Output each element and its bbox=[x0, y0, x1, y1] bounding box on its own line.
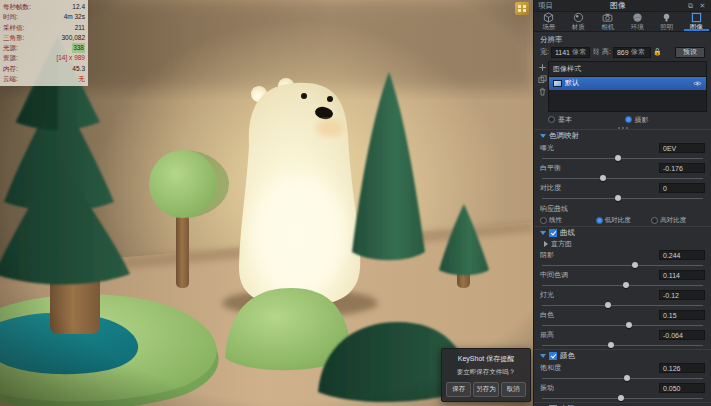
bulb-icon bbox=[661, 12, 672, 23]
vibrance-field[interactable]: 0.050 bbox=[659, 383, 705, 393]
white-balance-slider[interactable] bbox=[542, 174, 703, 182]
save-button[interactable]: 保存 bbox=[446, 382, 471, 397]
width-field[interactable]: 1141 像素 bbox=[551, 47, 590, 58]
radio-icon bbox=[596, 217, 603, 224]
rc-high-contrast[interactable]: 高对比度 bbox=[651, 216, 705, 225]
cancel-button[interactable]: 取消 bbox=[501, 382, 526, 397]
whites-slider[interactable] bbox=[542, 321, 703, 329]
panel-label-project: 项目 bbox=[538, 1, 553, 11]
vibrance-slider[interactable] bbox=[542, 394, 703, 402]
lights-field[interactable]: -0.12 bbox=[659, 290, 705, 300]
delete-style-icon[interactable] bbox=[538, 87, 547, 96]
shadows-field[interactable]: 0.244 bbox=[659, 250, 705, 260]
stat-row: 内存:45.3 bbox=[3, 64, 85, 74]
contrast-field[interactable]: 0 bbox=[659, 183, 705, 193]
slider-handle[interactable] bbox=[623, 282, 629, 288]
add-style-icon[interactable] bbox=[538, 63, 547, 72]
eye-icon[interactable] bbox=[693, 79, 702, 88]
tab-scene[interactable]: 场景 bbox=[534, 12, 564, 31]
duplicate-style-icon[interactable] bbox=[538, 75, 547, 84]
mode-basic[interactable]: 基本 bbox=[548, 115, 621, 125]
tab-material[interactable]: 材质 bbox=[564, 12, 594, 31]
preset-button[interactable]: 预设 bbox=[675, 47, 705, 58]
curve-section-header[interactable]: 曲线 bbox=[534, 226, 711, 239]
chevron-right-icon bbox=[544, 241, 548, 247]
globe-icon bbox=[632, 12, 643, 23]
denoise-section-header[interactable]: 去噪 bbox=[534, 402, 711, 406]
slider-handle[interactable] bbox=[632, 262, 638, 268]
stat-row: 资源:[14] x 989 bbox=[3, 53, 85, 63]
white-balance-field[interactable]: -0.176 bbox=[659, 163, 705, 173]
midtones-slider[interactable] bbox=[542, 281, 703, 289]
shadows-slider[interactable] bbox=[542, 261, 703, 269]
chevron-down-icon bbox=[540, 354, 546, 358]
slider-whites: 白色0.15 bbox=[534, 309, 711, 329]
stat-row: 光源:338 bbox=[3, 43, 85, 53]
whites-field[interactable]: 0.15 bbox=[659, 310, 705, 320]
radio-icon bbox=[548, 116, 555, 123]
stat-row: 三角形:300,082 bbox=[3, 33, 85, 43]
rc-low-contrast[interactable]: 低对比度 bbox=[596, 216, 650, 225]
chevron-down-icon bbox=[540, 231, 546, 235]
undock-icon[interactable]: ⧉ bbox=[686, 1, 695, 10]
height-label: 高: bbox=[602, 47, 611, 57]
camera-icon bbox=[602, 12, 613, 23]
slider-handle[interactable] bbox=[608, 342, 614, 348]
slider-handle[interactable] bbox=[618, 395, 624, 401]
slider-midtones: 中间色调0.114 bbox=[534, 269, 711, 289]
lock-icon[interactable]: 🔒 bbox=[653, 48, 661, 56]
stat-row: 时间:4m 32s bbox=[3, 12, 85, 22]
panel-titlebar: 项目 图像 ⧉ ✕ bbox=[534, 0, 711, 12]
link-icon[interactable]: ⛓ bbox=[592, 48, 600, 56]
slider-handle[interactable] bbox=[626, 322, 632, 328]
panel-title: 图像 bbox=[553, 0, 683, 11]
saturation-slider[interactable] bbox=[542, 374, 703, 382]
highs-slider[interactable] bbox=[542, 341, 703, 349]
tab-environment[interactable]: 环境 bbox=[623, 12, 653, 31]
save-dialog-message: 要立即保存文件吗？ bbox=[446, 368, 526, 377]
exposure-slider[interactable] bbox=[542, 154, 703, 162]
slider-handle[interactable] bbox=[605, 302, 611, 308]
contrast-slider[interactable] bbox=[542, 194, 703, 202]
slider-vibrance: 振动0.050 bbox=[534, 382, 711, 402]
slider-handle[interactable] bbox=[615, 195, 621, 201]
save-dialog-title: KeyShot 保存提醒 bbox=[446, 354, 526, 364]
style-mode-row: 基本 摄影 bbox=[534, 112, 711, 127]
slider-handle[interactable] bbox=[615, 155, 621, 161]
cube-icon bbox=[543, 12, 554, 23]
exposure-field[interactable]: 0EV bbox=[659, 143, 705, 153]
height-field[interactable]: 869 像素 bbox=[613, 47, 651, 58]
mode-photographic[interactable]: 摄影 bbox=[625, 115, 698, 125]
slider-lights: 灯光-0.12 bbox=[534, 289, 711, 309]
image-icon bbox=[691, 12, 702, 23]
tone-mapping-section-header[interactable]: 色调映射 bbox=[534, 129, 711, 142]
close-icon[interactable]: ✕ bbox=[698, 1, 707, 10]
highs-field[interactable]: -0.064 bbox=[659, 330, 705, 340]
color-section-header[interactable]: 颜色 bbox=[534, 349, 711, 362]
radio-icon bbox=[540, 217, 547, 224]
slider-highs: 最高-0.064 bbox=[534, 329, 711, 349]
style-item-default[interactable]: 默认 bbox=[549, 77, 706, 90]
response-curve-options: 线性 低对比度 高对比度 bbox=[534, 214, 711, 226]
save-as-button[interactable]: 另存为 bbox=[473, 382, 498, 397]
slider-shadows: 阴影0.244 bbox=[534, 249, 711, 269]
library-float-icon[interactable] bbox=[515, 2, 529, 15]
tab-lighting[interactable]: 照明 bbox=[652, 12, 682, 31]
rc-linear[interactable]: 线性 bbox=[540, 216, 594, 225]
render-stats-overlay: 每秒帧数:12.4 时间:4m 32s 采样值:211 三角形:300,082 … bbox=[0, 0, 88, 86]
saturation-field[interactable]: 0.126 bbox=[659, 363, 705, 373]
stat-row: 每秒帧数:12.4 bbox=[3, 2, 85, 12]
slider-handle[interactable] bbox=[624, 375, 630, 381]
slider-exposure: 曝光0EV bbox=[534, 142, 711, 162]
lights-slider[interactable] bbox=[542, 301, 703, 309]
color-checkbox[interactable] bbox=[549, 352, 557, 360]
render-viewport[interactable]: 每秒帧数:12.4 时间:4m 32s 采样值:211 三角形:300,082 … bbox=[0, 0, 533, 406]
midtones-field[interactable]: 0.114 bbox=[659, 270, 705, 280]
curve-checkbox[interactable] bbox=[549, 229, 557, 237]
slider-contrast: 对比度0 bbox=[534, 182, 711, 202]
resolution-row: 宽: 1141 像素 ⛓ 高: 869 像素 🔒 预设 bbox=[534, 46, 711, 61]
slider-handle[interactable] bbox=[600, 175, 606, 181]
tab-image[interactable]: 图像 bbox=[682, 12, 711, 31]
histogram-disclosure[interactable]: 直方图 bbox=[534, 239, 711, 249]
tab-camera[interactable]: 相机 bbox=[593, 12, 623, 31]
